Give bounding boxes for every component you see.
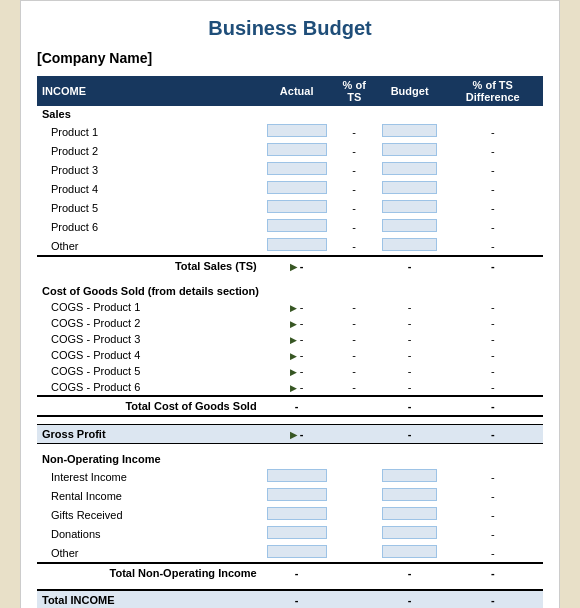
list-item: COGS - Product 2 ▶ - - - - <box>37 315 543 331</box>
list-item: COGS - Product 4 ▶ - - - - <box>37 347 543 363</box>
product-5-budget-input[interactable] <box>382 200 437 213</box>
list-item: Other - - <box>37 236 543 256</box>
cogs-product-4-budget: - <box>377 347 443 363</box>
product-2-label: Product 2 <box>37 141 262 160</box>
interest-income-pct <box>332 467 377 486</box>
cogs-product-2-actual: ▶ - <box>262 315 332 331</box>
total-sales-pct <box>332 256 377 275</box>
product-3-diff: - <box>443 160 544 179</box>
spacer-3 <box>37 443 543 451</box>
gross-profit-diff: - <box>443 424 544 443</box>
non-op-other-actual-input[interactable] <box>267 545 327 558</box>
total-non-op-pct <box>332 563 377 582</box>
interest-income-actual-input[interactable] <box>267 469 327 482</box>
product-4-actual-input[interactable] <box>267 181 327 194</box>
total-income-row: Total INCOME - - - <box>37 590 543 608</box>
list-item: Donations - <box>37 524 543 543</box>
cogs-section-label: Cost of Goods Sold (from details section… <box>37 283 543 299</box>
cogs-product-4-label: COGS - Product 4 <box>37 347 262 363</box>
non-op-other-budget-input[interactable] <box>382 545 437 558</box>
total-cogs-budget: - <box>377 396 443 416</box>
product-3-actual-input[interactable] <box>267 162 327 175</box>
gross-profit-label: Gross Profit <box>37 424 262 443</box>
gifts-pct <box>332 505 377 524</box>
product-2-budget-input[interactable] <box>382 143 437 156</box>
cogs-product-6-pct: - <box>332 379 377 396</box>
donations-label: Donations <box>37 524 262 543</box>
product-4-pct: - <box>332 179 377 198</box>
total-cogs-diff: - <box>443 396 544 416</box>
product-5-label: Product 5 <box>37 198 262 217</box>
product-1-actual-input[interactable] <box>267 124 327 137</box>
cogs-product-1-pct: - <box>332 299 377 315</box>
product-6-budget-input[interactable] <box>382 219 437 232</box>
product-2-actual-input[interactable] <box>267 143 327 156</box>
list-item: Product 2 - - <box>37 141 543 160</box>
cogs-product-2-pct: - <box>332 315 377 331</box>
total-income-pct <box>332 590 377 608</box>
product-3-budget-input[interactable] <box>382 162 437 175</box>
other-actual-input[interactable] <box>267 238 327 251</box>
total-sales-budget: - <box>377 256 443 275</box>
total-sales-actual: ▶ - <box>262 256 332 275</box>
cogs-product-5-pct: - <box>332 363 377 379</box>
donations-budget-input[interactable] <box>382 526 437 539</box>
list-item: Other - <box>37 543 543 563</box>
total-cogs-label: Total Cost of Goods Sold <box>37 396 262 416</box>
product-5-actual-input[interactable] <box>267 200 327 213</box>
pct-ts-col-header: % of TS <box>332 76 377 106</box>
total-income-actual: - <box>262 590 332 608</box>
total-non-op-diff: - <box>443 563 544 582</box>
cogs-product-5-budget: - <box>377 363 443 379</box>
cogs-product-4-actual: ▶ - <box>262 347 332 363</box>
cogs-product-3-actual: ▶ - <box>262 331 332 347</box>
sales-section-label: Sales <box>37 106 543 122</box>
cogs-product-3-pct: - <box>332 331 377 347</box>
total-income-diff: - <box>443 590 544 608</box>
income-col-header: INCOME <box>37 76 262 106</box>
product-6-diff: - <box>443 217 544 236</box>
non-operating-section-label: Non-Operating Income <box>37 451 543 467</box>
product-6-actual-input[interactable] <box>267 219 327 232</box>
cogs-product-1-diff: - <box>443 299 544 315</box>
total-non-operating-row: Total Non-Operating Income - - - <box>37 563 543 582</box>
non-op-other-pct <box>332 543 377 563</box>
gross-profit-budget: - <box>377 424 443 443</box>
product-1-budget-input[interactable] <box>382 124 437 137</box>
donations-diff: - <box>443 524 544 543</box>
budget-col-header: Budget <box>377 76 443 106</box>
cogs-product-4-pct: - <box>332 347 377 363</box>
rental-income-budget-input[interactable] <box>382 488 437 501</box>
other-budget-input[interactable] <box>382 238 437 251</box>
actual-col-header: Actual <box>262 76 332 106</box>
cogs-product-5-actual: ▶ - <box>262 363 332 379</box>
cogs-product-3-budget: - <box>377 331 443 347</box>
list-item: COGS - Product 6 ▶ - - - - <box>37 379 543 396</box>
product-2-pct: - <box>332 141 377 160</box>
total-non-op-actual: - <box>262 563 332 582</box>
total-non-op-budget: - <box>377 563 443 582</box>
cogs-product-6-actual: ▶ - <box>262 379 332 396</box>
rental-income-actual-input[interactable] <box>267 488 327 501</box>
total-income-budget: - <box>377 590 443 608</box>
donations-actual-input[interactable] <box>267 526 327 539</box>
list-item: Product 5 - - <box>37 198 543 217</box>
product-4-budget-input[interactable] <box>382 181 437 194</box>
gifts-budget-input[interactable] <box>382 507 437 520</box>
rental-income-diff: - <box>443 486 544 505</box>
cogs-product-2-budget: - <box>377 315 443 331</box>
cogs-product-1-actual: ▶ - <box>262 299 332 315</box>
other-pct: - <box>332 236 377 256</box>
list-item: Product 6 - - <box>37 217 543 236</box>
gifts-received-label: Gifts Received <box>37 505 262 524</box>
total-sales-row: Total Sales (TS) ▶ - - - <box>37 256 543 275</box>
product-4-label: Product 4 <box>37 179 262 198</box>
cogs-product-6-budget: - <box>377 379 443 396</box>
total-cogs-row: Total Cost of Goods Sold - - - <box>37 396 543 416</box>
table-header: INCOME Actual % of TS Budget % of TS Dif… <box>37 76 543 106</box>
cogs-product-1-label: COGS - Product 1 <box>37 299 262 315</box>
gifts-actual-input[interactable] <box>267 507 327 520</box>
interest-income-budget-input[interactable] <box>382 469 437 482</box>
list-item: COGS - Product 3 ▶ - - - - <box>37 331 543 347</box>
total-sales-diff: - <box>443 256 544 275</box>
